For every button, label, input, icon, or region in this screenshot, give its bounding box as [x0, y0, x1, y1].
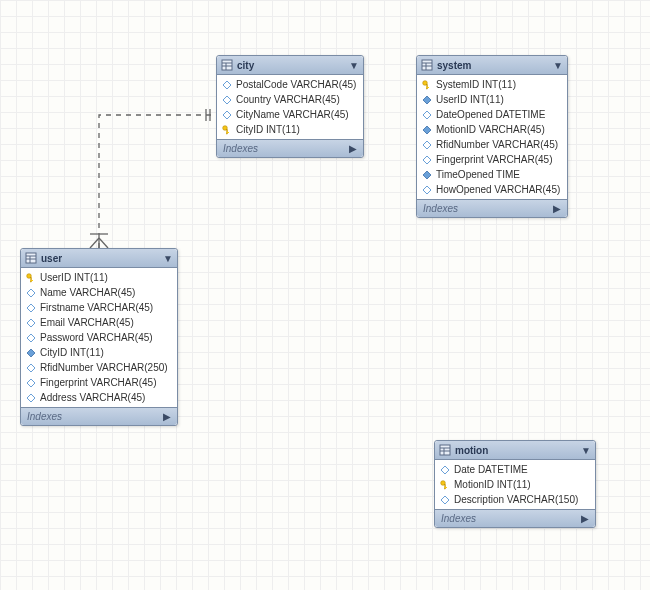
indexes-section[interactable]: Indexes▶: [435, 509, 595, 527]
column-row[interactable]: Country VARCHAR(45): [217, 92, 363, 107]
column-icon: [26, 303, 36, 313]
column-label: Email VARCHAR(45): [40, 317, 134, 328]
column-row[interactable]: CityID INT(11): [21, 345, 177, 360]
indexes-label: Indexes: [27, 411, 62, 422]
column-icon: [222, 110, 232, 120]
column-row[interactable]: RfidNumber VARCHAR(45): [417, 137, 567, 152]
table-header[interactable]: city▼: [217, 56, 363, 75]
svg-rect-52: [445, 487, 448, 488]
column-row[interactable]: CityName VARCHAR(45): [217, 107, 363, 122]
column-label: HowOpened VARCHAR(45): [436, 184, 560, 195]
column-label: SystemID INT(11): [436, 79, 516, 90]
column-icon: [440, 495, 450, 505]
column-row[interactable]: Fingerprint VARCHAR(45): [21, 375, 177, 390]
foreign-key-icon: [422, 125, 432, 135]
column-row[interactable]: Address VARCHAR(45): [21, 390, 177, 405]
svg-rect-30: [227, 132, 230, 133]
column-label: Address VARCHAR(45): [40, 392, 145, 403]
column-row[interactable]: MotionID VARCHAR(45): [417, 122, 567, 137]
indexes-label: Indexes: [423, 203, 458, 214]
expand-arrow-icon[interactable]: ▶: [553, 203, 561, 214]
table-motion[interactable]: motion▼Date DATETIMEMotionID INT(11)Desc…: [434, 440, 596, 528]
table-icon: [439, 444, 451, 456]
svg-marker-14: [27, 304, 35, 312]
column-label: Country VARCHAR(45): [236, 94, 340, 105]
svg-marker-17: [27, 349, 35, 357]
table-body: PostalCode VARCHAR(45)Country VARCHAR(45…: [217, 75, 363, 139]
column-label: Firstname VARCHAR(45): [40, 302, 153, 313]
svg-marker-39: [423, 111, 431, 119]
svg-marker-27: [223, 111, 231, 119]
column-row[interactable]: Fingerprint VARCHAR(45): [417, 152, 567, 167]
column-row[interactable]: HowOpened VARCHAR(45): [417, 182, 567, 197]
table-body: SystemID INT(11)UserID INT(11)DateOpened…: [417, 75, 567, 199]
column-label: PostalCode VARCHAR(45): [236, 79, 356, 90]
table-system[interactable]: system▼SystemID INT(11)UserID INT(11)Dat…: [416, 55, 568, 218]
column-icon: [222, 80, 232, 90]
table-city[interactable]: city▼PostalCode VARCHAR(45)Country VARCH…: [216, 55, 364, 158]
column-icon: [422, 110, 432, 120]
column-row[interactable]: Description VARCHAR(150): [435, 492, 595, 507]
table-header[interactable]: user▼: [21, 249, 177, 268]
column-label: RfidNumber VARCHAR(250): [40, 362, 168, 373]
svg-marker-15: [27, 319, 35, 327]
svg-marker-20: [27, 394, 35, 402]
column-label: CityID INT(11): [40, 347, 104, 358]
column-label: DateOpened DATETIME: [436, 109, 545, 120]
table-title: user: [41, 253, 159, 264]
column-row[interactable]: RfidNumber VARCHAR(250): [21, 360, 177, 375]
collapse-arrow-icon[interactable]: ▼: [553, 60, 563, 71]
column-row[interactable]: Date DATETIME: [435, 462, 595, 477]
column-label: Name VARCHAR(45): [40, 287, 135, 298]
svg-marker-42: [423, 156, 431, 164]
column-row[interactable]: UserID INT(11): [417, 92, 567, 107]
indexes-section[interactable]: Indexes▶: [217, 139, 363, 157]
table-icon: [421, 59, 433, 71]
column-row[interactable]: Name VARCHAR(45): [21, 285, 177, 300]
column-label: CityID INT(11): [236, 124, 300, 135]
svg-marker-18: [27, 364, 35, 372]
svg-marker-40: [423, 126, 431, 134]
collapse-arrow-icon[interactable]: ▼: [163, 253, 173, 264]
table-body: UserID INT(11)Name VARCHAR(45)Firstname …: [21, 268, 177, 407]
column-row[interactable]: Firstname VARCHAR(45): [21, 300, 177, 315]
column-icon: [26, 333, 36, 343]
column-row[interactable]: Email VARCHAR(45): [21, 315, 177, 330]
column-icon: [26, 288, 36, 298]
svg-marker-38: [423, 96, 431, 104]
collapse-arrow-icon[interactable]: ▼: [349, 60, 359, 71]
column-row[interactable]: TimeOpened TIME: [417, 167, 567, 182]
table-header[interactable]: motion▼: [435, 441, 595, 460]
indexes-section[interactable]: Indexes▶: [21, 407, 177, 425]
column-row[interactable]: CityID INT(11): [217, 122, 363, 137]
expand-arrow-icon[interactable]: ▶: [349, 143, 357, 154]
column-label: MotionID VARCHAR(45): [436, 124, 545, 135]
svg-rect-51: [445, 484, 446, 489]
svg-rect-21: [222, 60, 232, 70]
column-icon: [422, 185, 432, 195]
indexes-section[interactable]: Indexes▶: [417, 199, 567, 217]
column-row[interactable]: UserID INT(11): [21, 270, 177, 285]
svg-rect-31: [422, 60, 432, 70]
expand-arrow-icon[interactable]: ▶: [163, 411, 171, 422]
primary-key-icon: [26, 273, 36, 283]
table-user[interactable]: user▼UserID INT(11)Name VARCHAR(45)First…: [20, 248, 178, 426]
column-row[interactable]: MotionID INT(11): [435, 477, 595, 492]
column-row[interactable]: DateOpened DATETIME: [417, 107, 567, 122]
diagram-canvas: user▼UserID INT(11)Name VARCHAR(45)First…: [0, 0, 650, 590]
table-header[interactable]: system▼: [417, 56, 567, 75]
table-title: city: [237, 60, 345, 71]
column-row[interactable]: SystemID INT(11): [417, 77, 567, 92]
column-icon: [26, 393, 36, 403]
svg-marker-26: [223, 96, 231, 104]
collapse-arrow-icon[interactable]: ▼: [581, 445, 591, 456]
svg-rect-6: [26, 253, 36, 263]
svg-rect-11: [31, 277, 32, 282]
indexes-label: Indexes: [223, 143, 258, 154]
table-title: motion: [455, 445, 577, 456]
column-row[interactable]: PostalCode VARCHAR(45): [217, 77, 363, 92]
column-label: RfidNumber VARCHAR(45): [436, 139, 558, 150]
expand-arrow-icon[interactable]: ▶: [581, 513, 589, 524]
column-label: UserID INT(11): [40, 272, 108, 283]
column-row[interactable]: Password VARCHAR(45): [21, 330, 177, 345]
